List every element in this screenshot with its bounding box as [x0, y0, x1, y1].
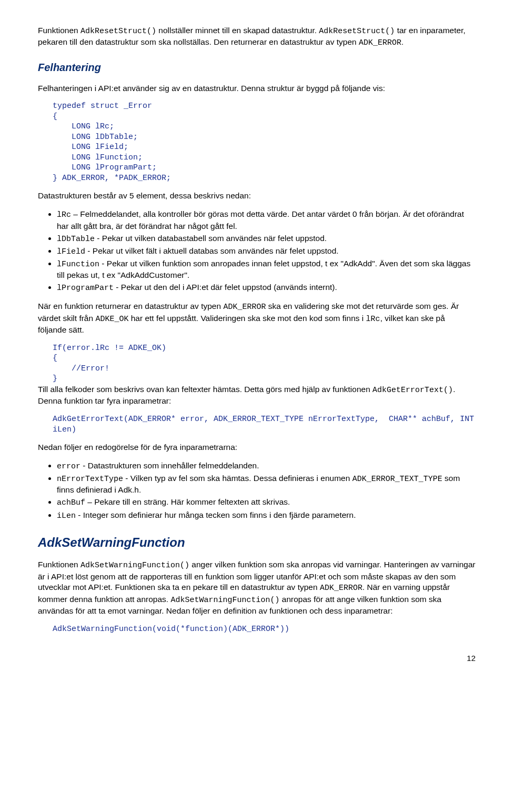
text: När en funktion returnerar en datastrukt…: [38, 302, 223, 310]
heading-felhantering: Felhantering: [38, 61, 476, 75]
text: Funktionen: [38, 560, 80, 569]
paragraph-redogorelse: Nedan följer en redogörelse för de fyra …: [38, 442, 476, 453]
code-inline: ADK_ERROR_TEXT_TYPE: [352, 475, 442, 484]
list-item: iLen - Integer som definierar hur många …: [57, 510, 476, 522]
text: nollställer minnet till en skapad datast…: [156, 26, 319, 35]
code-inline: achBuf: [57, 498, 85, 507]
text: - Pekar ut vilket fält i aktuell databas…: [85, 246, 339, 255]
list-item: lDbTable - Pekar ut vilken databastabell…: [57, 233, 476, 245]
code-inline: AdkSetWarningFunction(): [80, 561, 189, 570]
paragraph-validation: När en funktion returnerar en datastrukt…: [38, 301, 476, 335]
list-item: error - Datastrukturen som innehåller fe…: [57, 460, 476, 472]
list-item: lRc – Felmeddelandet, alla kontroller bö…: [57, 209, 476, 232]
code-struct-error: typedef struct _Error { LONG lRc; LONG l…: [53, 101, 476, 183]
list-item: achBuf – Pekare till en sträng. Här komm…: [57, 497, 476, 508]
list-item: nErrorTextType - Vilken typ av fel som s…: [57, 473, 476, 496]
code-inline: lFunction: [57, 260, 99, 269]
code-inline: ADK_ERROR: [320, 584, 362, 593]
code-inline: AdkSetWarningFunction(): [170, 596, 279, 605]
list-params: error - Datastrukturen som innehåller fe…: [47, 460, 476, 522]
code-inline: ADK_ERROR: [223, 303, 266, 312]
list-item: lProgramPart - Pekar ut den del i API:et…: [57, 282, 476, 294]
code-inline: lDbTable: [57, 235, 95, 244]
code-inline: ADKE_OK: [95, 315, 128, 324]
text: Funktionen: [38, 26, 80, 35]
code-inline: lField: [57, 247, 85, 256]
paragraph-datastruct: Datastrukturen består av 5 element, dess…: [38, 191, 476, 202]
text: - Pekar ut vilken funktion som anropades…: [57, 259, 470, 279]
code-inline: iLen: [57, 512, 76, 520]
text: - Vilken typ av fel som ska hämtas. Dess…: [123, 474, 352, 483]
code-inline: error: [57, 462, 80, 471]
text: har ett fel uppstått. Valideringen ska s…: [128, 314, 366, 323]
paragraph-reset: Funktionen AdkResetStruct() nollställer …: [38, 25, 476, 49]
code-inline: ADK_ERROR: [359, 38, 401, 47]
code-inline: lRc: [57, 210, 71, 219]
text: - Pekar ut den del i API:et där felet up…: [114, 283, 337, 292]
code-if-error: If(error.lRc != ADKE_OK) { //Error! }: [53, 343, 476, 384]
list-item: lField - Pekar ut vilket fält i aktuell …: [57, 246, 476, 257]
text: Till alla felkoder som beskrivs ovan kan…: [38, 385, 372, 394]
list-item: lFunction - Pekar ut vilken funktion som…: [57, 258, 476, 281]
text: - Datastrukturen som innehåller felmedde…: [80, 461, 259, 470]
heading-adksetwarning: AdkSetWarningFunction: [38, 534, 476, 551]
text: .: [401, 37, 403, 46]
code-inline: lProgramPart: [57, 284, 114, 293]
code-setwarning: AdkSetWarningFunction(void(*function)(AD…: [53, 624, 476, 635]
code-inline: lRc: [366, 315, 380, 324]
list-elements: lRc – Felmeddelandet, alla kontroller bö…: [47, 209, 476, 294]
text: – Pekare till en sträng. Här kommer felt…: [85, 497, 290, 506]
paragraph-warningfunc: Funktionen AdkSetWarningFunction() anger…: [38, 559, 476, 617]
text: - Pekar ut vilken databastabell som anvä…: [95, 234, 327, 243]
page-number: 12: [38, 653, 476, 664]
text: – Felmeddelandet, alla kontroller bör gö…: [57, 209, 464, 230]
paragraph-feltexter: Till alla felkoder som beskrivs ovan kan…: [38, 384, 476, 407]
code-inline: nErrorTextType: [57, 475, 123, 484]
code-inline: AdkResetStruct(): [319, 27, 395, 36]
code-geterrortext: AdkGetErrorText(ADK_ERROR* error, ADK_ER…: [53, 414, 476, 435]
text: - Integer som definierar hur många tecke…: [76, 510, 356, 519]
code-inline: AdkResetStruct(): [80, 27, 156, 36]
code-inline: AdkGetErrorText(): [372, 386, 453, 395]
paragraph-felhantering-intro: Felhanteringen i API:et använder sig av …: [38, 83, 476, 94]
